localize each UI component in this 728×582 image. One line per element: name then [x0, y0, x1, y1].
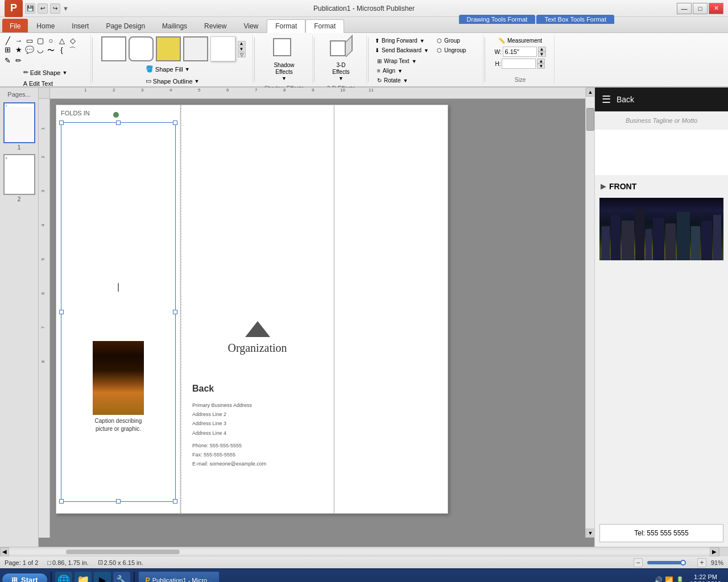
zoom-in-btn[interactable]: +: [697, 558, 706, 567]
maximize-button[interactable]: □: [693, 3, 708, 14]
tab-format2[interactable]: Format: [305, 19, 344, 33]
align-button[interactable]: ≡ Align ▼: [374, 66, 420, 75]
taskbar-publisher-button[interactable]: P Publication1 - Micro...: [138, 571, 220, 583]
handle-tr[interactable]: [173, 120, 177, 125]
page-1-thumb[interactable]: 1 1: [2, 102, 36, 151]
qa-expand[interactable]: ▼: [63, 5, 69, 12]
handle-mr[interactable]: [173, 310, 177, 314]
drawing-tools-tab[interactable]: Drawing Tools Format: [459, 15, 536, 24]
align-dd[interactable]: ▼: [398, 68, 403, 74]
shape-scroll-down[interactable]: ▼: [238, 47, 246, 52]
canvas-area[interactable]: 1 2 3 4 5 6 7 8 9 10 11 1 2 3 4 5 6 7 8: [39, 88, 594, 547]
scroll-left-btn[interactable]: ◀: [0, 547, 9, 556]
wrap-dd[interactable]: ▼: [412, 59, 417, 64]
taskbar-explorer-button[interactable]: 📁: [75, 572, 92, 583]
measurement-button[interactable]: 📏 Measurement: [495, 36, 545, 45]
shape-style-4[interactable]: [183, 36, 208, 61]
ungroup-button[interactable]: ⬡ Ungroup: [434, 46, 481, 55]
width-down[interactable]: ▼: [538, 52, 546, 57]
3d-effects-button[interactable]: 3-DEffects ▼: [325, 36, 357, 83]
tab-page-design[interactable]: Page Design: [97, 19, 154, 32]
tab-insert[interactable]: Insert: [63, 19, 97, 32]
scroll-right-btn[interactable]: ▶: [710, 547, 719, 556]
shape-star[interactable]: ★: [14, 45, 24, 56]
rotate-dd[interactable]: ▼: [403, 78, 408, 84]
shadow-dd[interactable]: ▼: [282, 76, 287, 81]
page-2-thumb[interactable]: 2 2: [2, 154, 36, 202]
rotate-button[interactable]: ↻ Rotate ▼: [374, 76, 420, 85]
shape-ellipse-s[interactable]: ○: [46, 36, 56, 45]
textbox-tools-tab[interactable]: Text Box Tools Format: [536, 15, 614, 24]
wrap-text-button[interactable]: ⊞ Wrap Text ▼: [374, 57, 420, 65]
shape-fill-button[interactable]: 🪣 Shape Fill ▼: [142, 64, 205, 74]
handle-tl[interactable]: [59, 120, 64, 125]
width-up[interactable]: ▲: [538, 47, 546, 52]
panel-tel-button[interactable]: Tel: 555 555 5555: [599, 524, 723, 542]
scroll-up-btn[interactable]: ▲: [586, 88, 594, 97]
shape-callout[interactable]: 💬: [24, 45, 35, 56]
group-button[interactable]: ⬡ Group: [434, 36, 481, 45]
qa-undo[interactable]: ↩: [38, 3, 48, 14]
zoom-thumb[interactable]: [680, 560, 686, 566]
width-input[interactable]: [503, 47, 537, 57]
shape-curve[interactable]: ⌒: [68, 45, 78, 56]
shape-outline-button[interactable]: ▭ Shape Outline ▼: [142, 76, 205, 86]
shape-brace[interactable]: {: [57, 45, 67, 56]
h-scroll-thumb[interactable]: [66, 550, 180, 554]
shadow-effects-button[interactable]: Back ShadowEffects ▼: [268, 36, 300, 83]
shape-more[interactable]: ⊞: [3, 45, 13, 56]
minimize-button[interactable]: —: [677, 3, 692, 14]
shape-outline-dd[interactable]: ▼: [195, 78, 200, 84]
tab-mailings[interactable]: Mailings: [154, 19, 196, 32]
height-down[interactable]: ▼: [537, 64, 545, 69]
qa-save[interactable]: 💾: [25, 3, 35, 14]
scroll-down-btn[interactable]: ▼: [586, 529, 594, 538]
send-backward-dd[interactable]: ▼: [424, 48, 429, 53]
zoom-out-btn[interactable]: −: [634, 558, 643, 567]
vert-scrollbar[interactable]: ▲ ▼: [585, 88, 594, 538]
shape-triangle-s[interactable]: △: [57, 36, 67, 45]
shape-pencil[interactable]: ✏: [14, 56, 24, 65]
shape-style-5[interactable]: [210, 36, 235, 61]
start-button[interactable]: ⊞ Start: [2, 573, 47, 582]
taskbar-tool-button[interactable]: 🔧: [113, 572, 130, 583]
height-input[interactable]: [502, 59, 536, 69]
shape-freeform[interactable]: ✎: [3, 56, 13, 65]
close-button[interactable]: ✕: [709, 3, 723, 14]
handle-tc[interactable]: [116, 120, 121, 125]
shape-rounded-s[interactable]: ▢: [35, 36, 46, 45]
taskbar-media-button[interactable]: ▶: [94, 572, 111, 583]
shape-fill-dd[interactable]: ▼: [185, 66, 190, 72]
handle-br[interactable]: [173, 499, 177, 504]
shape-scroll-up[interactable]: ▲: [238, 41, 246, 46]
shape-crescent[interactable]: ◡: [35, 45, 46, 56]
selection-box[interactable]: | Caption describingpicture or graphic.: [61, 122, 176, 502]
front-label[interactable]: ▶ FRONT: [595, 175, 728, 193]
tab-format[interactable]: Format: [267, 19, 305, 33]
shape-style-2[interactable]: [129, 36, 154, 61]
shape-style-3[interactable]: [156, 36, 181, 61]
tab-file[interactable]: File: [2, 19, 28, 32]
shape-scroll-more[interactable]: ▽: [238, 52, 246, 57]
shape-diamond-s[interactable]: ◇: [68, 36, 78, 45]
shape-rect-s[interactable]: ▭: [24, 36, 35, 45]
tab-home[interactable]: Home: [28, 19, 63, 32]
tab-review[interactable]: Review: [196, 19, 235, 32]
bring-forward-dd[interactable]: ▼: [420, 38, 425, 44]
3d-dd[interactable]: ▼: [338, 76, 344, 81]
bring-forward-button[interactable]: ⬆ Bring Forward ▼: [372, 36, 432, 45]
scroll-thumb[interactable]: [586, 108, 594, 131]
send-backward-button[interactable]: ⬇ Send Backward ▼: [372, 46, 432, 55]
shape-wavy[interactable]: 〜: [46, 45, 56, 56]
height-up[interactable]: ▲: [537, 59, 545, 64]
edit-shape-button[interactable]: ✏ Edit Shape ▼: [19, 67, 72, 78]
edit-shape-dropdown[interactable]: ▼: [62, 70, 67, 76]
handle-ml[interactable]: [59, 310, 64, 314]
tab-view[interactable]: View: [235, 19, 267, 32]
qa-redo[interactable]: ↪: [50, 3, 60, 14]
shape-arrow[interactable]: →: [14, 36, 24, 45]
handle-bc[interactable]: [116, 499, 121, 504]
shape-line[interactable]: ╱: [3, 36, 13, 45]
taskbar-ie-button[interactable]: 🌐: [55, 572, 72, 583]
handle-bl[interactable]: [59, 499, 64, 504]
